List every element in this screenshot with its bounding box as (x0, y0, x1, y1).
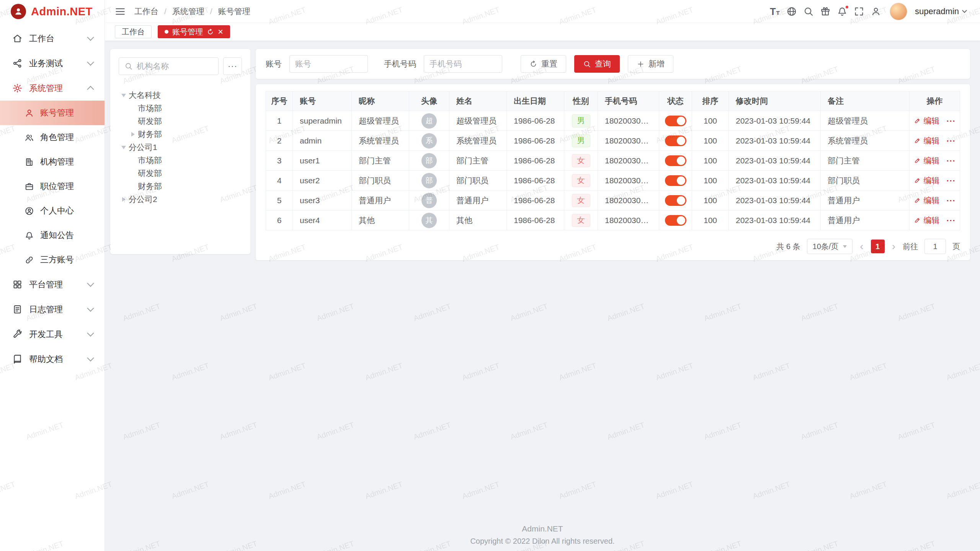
caret-right-icon[interactable] (128, 129, 138, 139)
accounts-table-panel: 序号 账号 昵称 头像 姓名 出生日期 性别 手机号码 状态 排序 (256, 84, 970, 260)
row-more-button[interactable]: ··· (947, 136, 956, 145)
user-avatar[interactable] (890, 3, 907, 20)
add-button[interactable]: 新增 (628, 55, 673, 73)
search-icon[interactable] (803, 6, 814, 17)
row-more-button[interactable]: ··· (947, 196, 956, 205)
query-button[interactable]: 查询 (574, 55, 620, 73)
sidebar-item-help-docs[interactable]: 帮助文档 (0, 347, 105, 372)
tree-node[interactable]: 财务部 (119, 180, 242, 193)
sidebar-item-notice[interactable]: 通知公告 (0, 223, 105, 248)
phone-input[interactable] (430, 59, 497, 68)
caret-right-icon[interactable] (119, 194, 129, 204)
status-toggle[interactable] (665, 215, 686, 226)
status-toggle[interactable] (665, 116, 686, 126)
sidebar-item-dev-tools[interactable]: 开发工具 (0, 322, 105, 347)
cell-no: 5 (266, 191, 293, 210)
sidebar-item-account-management[interactable]: 账号管理 (0, 101, 105, 125)
edit-button[interactable]: 编辑 (914, 215, 940, 226)
pagination-total: 共 6 条 (776, 241, 800, 252)
refresh-icon[interactable] (207, 28, 214, 36)
sidebar-item-log-management[interactable]: 日志管理 (0, 297, 105, 322)
page-size-select[interactable]: 10条/页 (807, 239, 853, 254)
user-icon (24, 108, 34, 118)
page-number-button[interactable]: 1 (871, 240, 885, 253)
sidebar-item-position-management[interactable]: 职位管理 (0, 174, 105, 199)
edit-button[interactable]: 编辑 (914, 195, 940, 206)
user-menu[interactable]: superadmin (915, 7, 966, 16)
gender-badge: 男 (572, 134, 590, 147)
chevron-down-icon (87, 305, 94, 311)
goto-page-input[interactable] (924, 239, 946, 254)
cell-actions: 编辑 ··· (910, 131, 960, 151)
tab-account-management[interactable]: 账号管理 (158, 25, 230, 38)
close-icon[interactable] (218, 27, 223, 36)
edit-button[interactable]: 编辑 (914, 135, 940, 146)
edit-button[interactable]: 编辑 (914, 175, 940, 186)
caret-down-icon[interactable] (119, 142, 129, 152)
org-more-button[interactable]: ··· (223, 57, 242, 75)
breadcrumb-item-system-management[interactable]: 系统管理 (172, 6, 204, 17)
breadcrumb-item-workbench[interactable]: 工作台 (134, 6, 158, 17)
cell-phone: 18020030720 (598, 210, 659, 230)
fullscreen-icon[interactable] (854, 6, 864, 17)
tree-node[interactable]: 研发部 (119, 167, 242, 180)
row-more-button[interactable]: ··· (947, 176, 956, 185)
app-logo[interactable]: Admin.NET (0, 0, 105, 23)
org-search-input[interactable] (137, 62, 213, 71)
col-phone: 手机号码 (598, 91, 659, 111)
edit-button[interactable]: 编辑 (914, 155, 940, 166)
cell-birth-date: 1986-06-28 (507, 111, 564, 131)
cell-modify-time: 2023-01-03 10:59:44 (729, 171, 821, 191)
font-size-icon[interactable] (769, 6, 780, 17)
cell-modify-time: 2023-01-03 10:59:44 (729, 210, 821, 230)
status-toggle[interactable] (665, 175, 686, 186)
theme-icon[interactable] (820, 6, 831, 17)
edit-button[interactable]: 编辑 (914, 116, 940, 126)
tree-node[interactable]: 研发部 (119, 115, 242, 128)
sidebar-item-personal-center[interactable]: 个人中心 (0, 199, 105, 223)
notification-icon[interactable] (837, 6, 848, 17)
sidebar-item-business-test[interactable]: 业务测试 (0, 51, 105, 76)
cell-birth-date: 1986-06-28 (507, 151, 564, 171)
page-body: ··· 大名科技 市场部 研发部 (105, 41, 980, 551)
sidebar-item-third-party-account[interactable]: 三方账号 (0, 248, 105, 272)
tab-workbench[interactable]: 工作台 (115, 25, 152, 38)
content: ··· 大名科技 市场部 研发部 (105, 41, 980, 260)
cell-status (659, 111, 692, 131)
menu-collapse-icon[interactable] (114, 6, 126, 17)
next-page-button[interactable] (891, 241, 896, 252)
sidebar-item-role-management[interactable]: 角色管理 (0, 125, 105, 150)
refresh-icon (529, 60, 537, 68)
sidebar-item-org-management[interactable]: 机构管理 (0, 150, 105, 174)
prev-page-button[interactable] (859, 241, 864, 252)
sidebar-item-workbench[interactable]: 工作台 (0, 26, 105, 51)
accounts-table: 序号 账号 昵称 头像 姓名 出生日期 性别 手机号码 状态 排序 (266, 91, 960, 230)
row-more-button[interactable]: ··· (947, 116, 956, 126)
tree-node[interactable]: 市场部 (119, 154, 242, 167)
cell-phone: 18020030720 (598, 111, 659, 131)
sidebar-item-system-management[interactable]: 系统管理 (0, 76, 105, 101)
caret-down-icon[interactable] (119, 90, 129, 100)
reset-button[interactable]: 重置 (521, 55, 566, 73)
globe-icon[interactable] (786, 6, 797, 17)
profile-icon[interactable] (871, 6, 881, 17)
account-input[interactable] (295, 59, 362, 68)
tree-node[interactable]: 财务部 (119, 128, 242, 141)
search-icon (124, 62, 133, 70)
row-avatar: 普 (421, 193, 437, 208)
status-toggle[interactable] (665, 155, 686, 166)
tabs-bar: 工作台 账号管理 (105, 23, 980, 41)
row-more-button[interactable]: ··· (947, 216, 956, 225)
status-toggle[interactable] (665, 195, 686, 206)
tree-node[interactable]: 分公司1 (119, 141, 242, 154)
tree-node[interactable]: 市场部 (119, 102, 242, 115)
sidebar-item-platform-management[interactable]: 平台管理 (0, 272, 105, 297)
col-no: 序号 (266, 91, 293, 111)
cell-name: 部门职员 (449, 171, 507, 191)
app-logo-text: Admin.NET (31, 5, 93, 18)
tree-node[interactable]: 大名科技 (119, 89, 242, 102)
tree-node[interactable]: 分公司2 (119, 193, 242, 206)
status-toggle[interactable] (665, 135, 686, 146)
table-row: 6 user4 其他 其 其他 1986-06-28 (266, 210, 960, 230)
row-more-button[interactable]: ··· (947, 156, 956, 165)
